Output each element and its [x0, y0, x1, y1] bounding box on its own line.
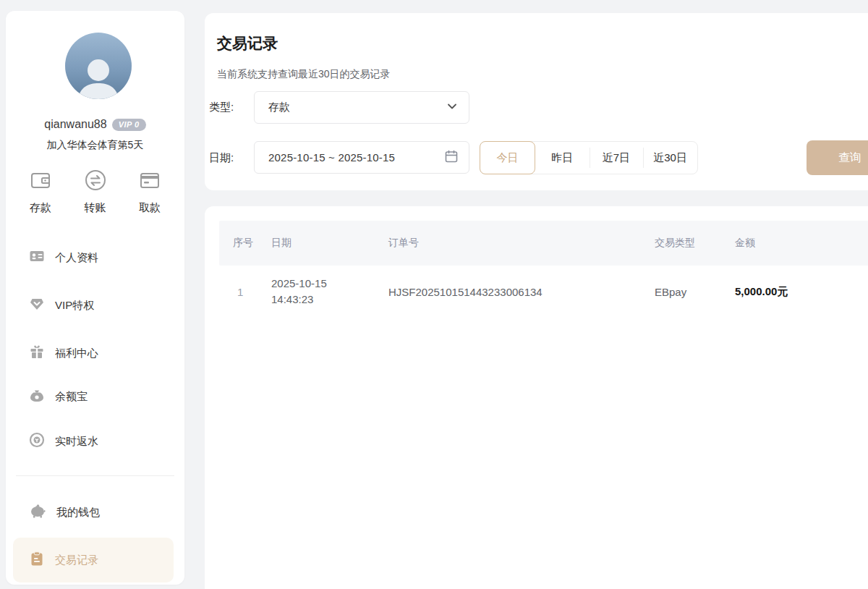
row-type: EBpay — [655, 266, 686, 318]
bankcard-icon — [138, 169, 161, 195]
range-today-button[interactable]: 今日 — [480, 141, 535, 174]
quick-range-group: 今日 昨日 近7日 近30日 — [480, 141, 698, 174]
sidebar-divider — [16, 475, 174, 476]
id-card-icon — [29, 248, 45, 267]
sidebar-item-label: 余额宝 — [55, 390, 88, 404]
date-range-value: 2025-10-15 ~ 2025-10-15 — [268, 151, 444, 164]
range-30days-button[interactable]: 近30日 — [643, 142, 697, 174]
sidebar-item-rebate[interactable]: 实时返水 — [13, 427, 174, 456]
vip-heart-icon — [29, 296, 45, 315]
sidebar-item-label: 我的钱包 — [56, 506, 100, 520]
person-silhouette-icon — [72, 54, 124, 99]
page-subtitle: 当前系统支持查询最近30日的交易记录 — [217, 68, 391, 81]
deposit-button[interactable]: 存款 — [14, 169, 67, 215]
filter-panel: 交易记录 当前系统支持查询最近30日的交易记录 类型: 存款 日期: 2025-… — [205, 13, 868, 190]
clipboard-icon — [29, 551, 45, 569]
calendar-icon — [444, 149, 459, 166]
gift-icon — [29, 344, 45, 363]
piggy-bank-icon — [29, 503, 46, 522]
sidebar-item-label: 福利中心 — [55, 347, 98, 360]
sidebar-item-transactions[interactable]: 交易记录 — [13, 538, 174, 582]
withdraw-label: 取款 — [139, 201, 161, 215]
transfer-label: 转账 — [85, 201, 106, 215]
table-row: 1 2025-10-15 14:43:23 HJSF20251015144323… — [219, 266, 868, 318]
username: qianwanu88 — [44, 118, 106, 131]
column-header-type: 交易类型 — [655, 221, 695, 266]
sidebar-item-label: 实时返水 — [55, 435, 98, 449]
sidebar-item-wallet[interactable]: 我的钱包 — [13, 498, 174, 527]
table-header-row: 序号 日期 订单号 交易类型 金额 — [219, 221, 868, 266]
type-select-value: 存款 — [268, 101, 446, 114]
row-time: 14:43:23 — [271, 292, 313, 308]
column-header-index: 序号 — [233, 221, 253, 266]
column-header-amount: 金额 — [735, 221, 755, 266]
transfer-button[interactable]: 转账 — [69, 169, 122, 215]
sidebar-item-label: VIP特权 — [55, 299, 94, 313]
withdraw-button[interactable]: 取款 — [124, 169, 176, 215]
row-index: 1 — [237, 266, 243, 318]
date-label: 日期: — [209, 151, 234, 165]
query-button[interactable]: 查询 — [807, 140, 868, 175]
join-days-text: 加入华体会体育第5天 — [6, 139, 184, 152]
range-7days-button[interactable]: 近7日 — [590, 142, 644, 174]
row-date: 2025-10-15 — [271, 276, 327, 292]
column-header-order-no: 订单号 — [388, 221, 419, 266]
sidebar-item-vip[interactable]: VIP特权 — [13, 291, 174, 320]
sidebar-item-yuebao[interactable]: 余额宝 — [13, 382, 174, 411]
chevron-down-icon — [446, 100, 459, 116]
vip-badge: VIP 0 — [112, 119, 146, 131]
sidebar-item-label: 个人资料 — [55, 251, 98, 265]
deposit-label: 存款 — [30, 201, 51, 215]
coin-icon — [29, 432, 45, 451]
range-yesterday-button[interactable]: 昨日 — [535, 142, 590, 174]
page-title: 交易记录 — [217, 33, 278, 54]
transfer-icon — [84, 169, 107, 195]
row-amount: 5,000.00元 — [735, 266, 788, 318]
row-order-no: HJSF202510151443233006134 — [388, 266, 542, 318]
sidebar-item-label: 交易记录 — [55, 554, 98, 567]
wallet-icon — [29, 169, 52, 195]
avatar[interactable] — [65, 33, 132, 99]
transactions-table-card: 序号 日期 订单号 交易类型 金额 1 2025-10-15 14:43:23 … — [205, 206, 868, 589]
column-header-date: 日期 — [271, 221, 292, 266]
date-range-input[interactable]: 2025-10-15 ~ 2025-10-15 — [254, 141, 469, 174]
sidebar-item-welfare[interactable]: 福利中心 — [13, 339, 174, 368]
sidebar-item-profile[interactable]: 个人资料 — [13, 243, 174, 272]
row-datetime: 2025-10-15 14:43:23 — [271, 266, 327, 318]
type-label: 类型: — [209, 101, 234, 114]
type-select[interactable]: 存款 — [254, 91, 469, 124]
quick-actions: 存款 转账 取款 — [14, 169, 176, 215]
sidebar: qianwanu88 VIP 0 加入华体会体育第5天 存款 — [6, 11, 184, 585]
money-bag-icon — [29, 387, 45, 406]
